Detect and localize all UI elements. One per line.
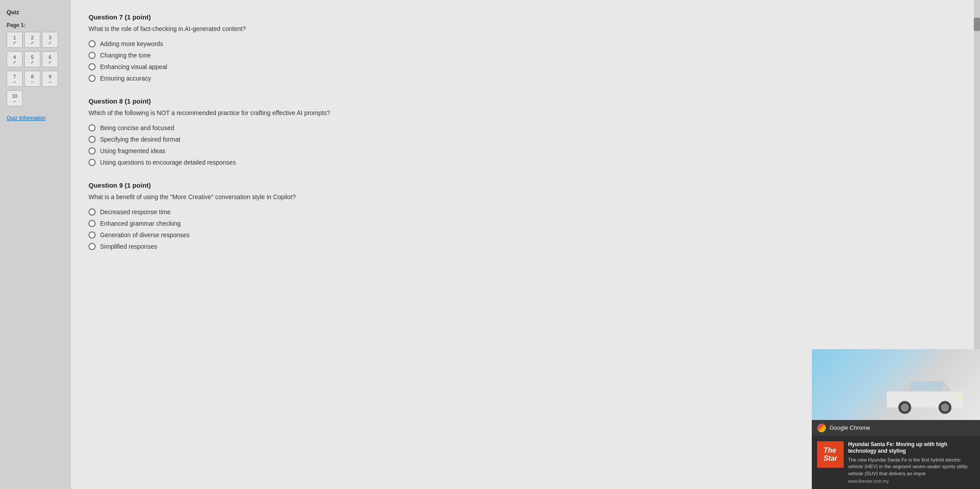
notification-card[interactable]: TheStar Hyundai Santa Fe: Moving up with… — [812, 436, 980, 489]
question-9-options: Decreased response time Enhanced grammar… — [89, 208, 962, 250]
radio-q9-2[interactable] — [89, 220, 96, 227]
question-9-title: Question 9 (1 point) — [89, 181, 962, 189]
radio-q8-1[interactable] — [89, 124, 96, 131]
question-8-block: Question 8 (1 point) Which of the follow… — [89, 97, 962, 166]
option-q8-1[interactable]: Being concise and focused — [89, 124, 962, 131]
question-7-options: Adding more keywords Changing the tone E… — [89, 40, 962, 82]
radio-q8-2[interactable] — [89, 136, 96, 143]
car-image-area — [812, 349, 980, 420]
radio-q9-3[interactable] — [89, 231, 96, 239]
page-num-9[interactable]: 9 -- — [42, 71, 58, 87]
svg-point-3 — [901, 403, 909, 411]
page-number-grid-2: 4 ✓ 5 ✓ 6 ✓ — [7, 51, 64, 67]
page-num-5[interactable]: 5 ✓ — [24, 51, 40, 67]
quiz-information-link[interactable]: Quiz Information — [7, 115, 64, 121]
notification-header: Google Chrome — [812, 420, 980, 436]
notification-header-text: Google Chrome — [830, 424, 870, 431]
option-q9-1[interactable]: Decreased response time — [89, 208, 962, 216]
page-num-7[interactable]: 7 -- — [7, 71, 23, 87]
car-image-svg — [883, 371, 971, 416]
scrollbar-thumb[interactable] — [974, 18, 980, 31]
radio-q7-1[interactable] — [89, 40, 96, 47]
page-num-6[interactable]: 6 ✓ — [42, 51, 58, 67]
page-number-grid-3: 7 -- 8 -- 9 -- — [7, 71, 64, 87]
radio-q9-1[interactable] — [89, 208, 96, 216]
option-q8-3[interactable]: Using fragmented ideas — [89, 147, 962, 154]
sidebar: Quiz Page 1: 1 ✓ 2 ✓ 3 ✓ 4 ✓ 5 — [0, 0, 71, 489]
question-8-options: Being concise and focused Specifying the… — [89, 124, 962, 166]
option-q7-3[interactable]: Enhancing visual appeal — [89, 63, 962, 70]
chrome-icon — [817, 424, 826, 432]
radio-q7-3[interactable] — [89, 63, 96, 70]
page-num-4[interactable]: 4 ✓ — [7, 51, 23, 67]
svg-point-5 — [941, 403, 949, 411]
page-number-grid-1: 1 ✓ 2 ✓ 3 ✓ — [7, 32, 64, 48]
notification-text-area: Hyundai Santa Fe: Moving up with high te… — [848, 441, 975, 484]
svg-rect-1 — [887, 391, 963, 407]
page-num-2[interactable]: 2 ✓ — [24, 32, 40, 48]
question-7-block: Question 7 (1 point) What is the role of… — [89, 13, 962, 82]
option-q8-2[interactable]: Specifying the desired format — [89, 136, 962, 143]
question-8-title: Question 8 (1 point) — [89, 97, 962, 105]
notification-overlay: Google Chrome TheStar Hyundai Santa Fe: … — [812, 349, 980, 489]
option-q9-3[interactable]: Generation of diverse responses — [89, 231, 962, 239]
page-num-3[interactable]: 3 ✓ — [42, 32, 58, 48]
page-num-10[interactable]: 10 -- — [7, 90, 23, 106]
question-9-block: Question 9 (1 point) What is a benefit o… — [89, 181, 962, 250]
page-label: Page 1: — [7, 22, 64, 28]
notification-url: www.thestar.com.my — [848, 479, 975, 484]
option-q7-1[interactable]: Adding more keywords — [89, 40, 962, 47]
radio-q8-3[interactable] — [89, 147, 96, 154]
radio-q7-4[interactable] — [89, 75, 96, 82]
app-title: Quiz — [7, 9, 64, 15]
notification-source-name: TheStar — [823, 447, 837, 462]
option-q9-2[interactable]: Enhanced grammar checking — [89, 220, 962, 227]
page-num-1[interactable]: 1 ✓ — [7, 32, 23, 48]
option-q7-2[interactable]: Changing the tone — [89, 52, 962, 59]
notification-body: The new Hyundai Santa Fe is the first hy… — [848, 457, 975, 477]
radio-q9-4[interactable] — [89, 243, 96, 250]
svg-rect-6 — [957, 395, 962, 398]
option-q8-4[interactable]: Using questions to encourage detailed re… — [89, 159, 962, 166]
page-number-grid-4: 10 -- — [7, 90, 64, 106]
option-q9-4[interactable]: Simplified responses — [89, 243, 962, 250]
question-8-text: Which of the following is NOT a recommen… — [89, 108, 962, 118]
radio-q8-4[interactable] — [89, 159, 96, 166]
question-7-title: Question 7 (1 point) — [89, 13, 962, 21]
option-q7-4[interactable]: Ensuring accuracy — [89, 75, 962, 82]
notification-title: Hyundai Santa Fe: Moving up with high te… — [848, 441, 975, 455]
question-9-text: What is a benefit of using the "More Cre… — [89, 193, 962, 202]
notification-logo: TheStar — [817, 441, 844, 468]
question-7-text: What is the role of fact-checking in AI-… — [89, 24, 962, 34]
page-num-8[interactable]: 8 -- — [24, 71, 40, 87]
radio-q7-2[interactable] — [89, 52, 96, 59]
